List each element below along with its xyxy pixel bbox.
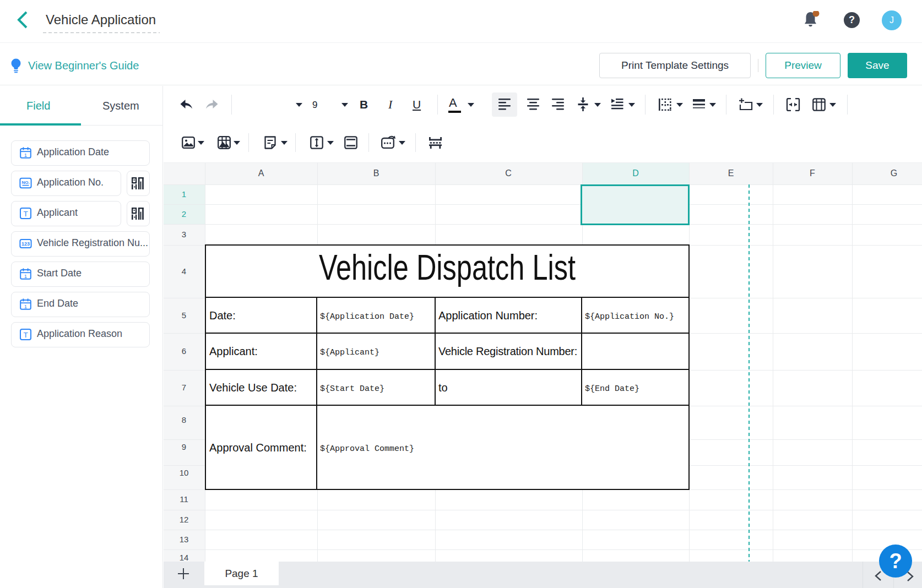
svg-text:1: 1: [24, 273, 27, 279]
svg-text:NO.: NO.: [21, 180, 29, 185]
svg-text:Vehicle Dispatch List: Vehicle Dispatch List: [319, 248, 576, 287]
svg-text:1: 1: [24, 303, 27, 309]
svg-text:T: T: [23, 210, 28, 218]
svg-text:123: 123: [21, 241, 30, 247]
svg-text:T: T: [23, 331, 28, 339]
svg-text:1: 1: [24, 152, 27, 158]
